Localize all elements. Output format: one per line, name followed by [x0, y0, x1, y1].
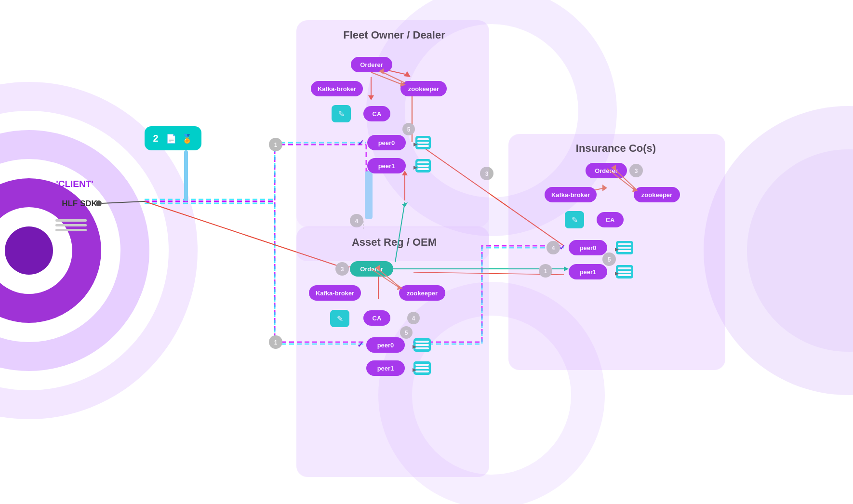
svg-point-129 [96, 200, 102, 206]
svg-rect-133 [55, 229, 87, 231]
svg-text:2: 2 [153, 133, 158, 144]
svg-text:🏅: 🏅 [182, 133, 193, 144]
svg-rect-126 [184, 150, 188, 201]
svg-text:HLF SDK: HLF SDK [62, 199, 97, 208]
panel-asset [296, 226, 489, 477]
svg-text:'CLIENT': 'CLIENT' [56, 179, 93, 189]
svg-text:1: 1 [274, 142, 278, 148]
svg-rect-132 [55, 224, 87, 226]
svg-rect-131 [55, 219, 87, 222]
svg-text:📄: 📄 [166, 133, 177, 144]
panel-fleet [296, 20, 489, 227]
svg-point-3 [5, 226, 53, 275]
panel-insurance [508, 134, 725, 370]
svg-text:1: 1 [274, 339, 278, 346]
